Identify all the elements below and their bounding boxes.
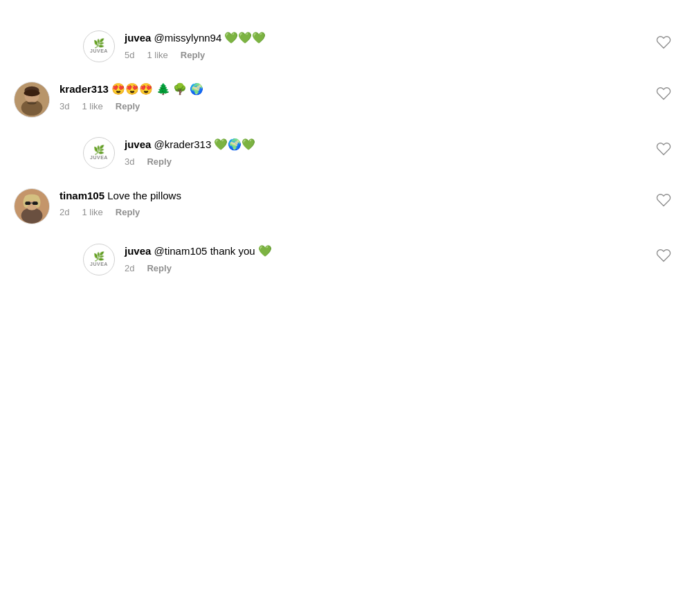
username: krader313	[60, 83, 109, 95]
comment-meta: 5d 1 like Reply	[125, 50, 678, 60]
like-button[interactable]	[656, 141, 671, 159]
comment-item: 🌿 JUVEA juvea @missylynn94 💚💚💚 5d 1 like…	[0, 21, 692, 72]
username: juvea	[125, 245, 151, 257]
reply-button[interactable]: Reply	[116, 101, 140, 111]
mention: @missylynn94	[154, 32, 225, 44]
comment-content: juvea @missylynn94 💚💚💚 5d 1 like Reply	[125, 30, 678, 60]
heart-icon	[656, 141, 671, 156]
emoji: 💚🌍💚	[214, 138, 255, 150]
reply-button[interactable]: Reply	[147, 263, 171, 273]
comment-meta: 2d 1 like Reply	[60, 207, 678, 217]
heart-icon	[656, 35, 671, 50]
comment-body: Love the pillows	[107, 190, 181, 201]
comment-meta: 3d 1 like Reply	[60, 101, 678, 111]
comment-time: 3d	[60, 101, 69, 111]
comment-text: krader313 😍😍😍 🌲 🌳 🌍	[60, 82, 678, 97]
reply-button[interactable]: Reply	[116, 207, 140, 217]
avatar: 🌿 JUVEA	[83, 244, 115, 275]
like-button[interactable]	[656, 86, 671, 104]
comment-time: 2d	[125, 263, 134, 273]
like-button[interactable]	[656, 35, 671, 53]
comment-content: juvea @tinam105 thank you 💚 2d Reply	[125, 244, 678, 273]
comment-meta: 3d Reply	[125, 156, 678, 167]
juvea-logo-text: JUVEA	[90, 155, 108, 161]
comment-body: thank you	[210, 245, 258, 257]
username: tinam105	[60, 190, 104, 201]
svg-point-4	[24, 90, 39, 97]
avatar: 🌿 JUVEA	[83, 30, 115, 62]
heart-icon	[656, 248, 671, 263]
svg-rect-12	[25, 201, 30, 205]
mention: @tinam105	[154, 245, 210, 257]
juvea-logo-text: JUVEA	[90, 48, 108, 54]
emoji: 💚💚💚	[224, 32, 266, 44]
avatar	[14, 188, 50, 224]
like-button[interactable]	[656, 192, 671, 210]
heart-icon	[656, 86, 671, 101]
emoji: 😍😍😍 🌲 🌳 🌍	[111, 83, 203, 95]
username: juvea	[125, 138, 151, 150]
reply-button[interactable]: Reply	[181, 50, 205, 60]
svg-rect-13	[33, 201, 38, 205]
like-button[interactable]	[656, 248, 671, 266]
comment-content: juvea @krader313 💚🌍💚 3d Reply	[125, 137, 678, 167]
heart-icon	[656, 192, 671, 208]
comment-likes: 1 like	[147, 50, 167, 60]
comment-time: 5d	[125, 50, 134, 60]
comment-text: juvea @missylynn94 💚💚💚	[125, 30, 678, 46]
comment-likes: 1 like	[82, 101, 102, 111]
svg-point-5	[27, 102, 36, 105]
reply-button[interactable]: Reply	[147, 156, 171, 167]
comment-content: tinam105 Love the pillows 2d 1 like Repl…	[60, 188, 678, 217]
juvea-logo-text: JUVEA	[90, 262, 108, 267]
comment-time: 2d	[60, 207, 69, 217]
comment-content: krader313 😍😍😍 🌲 🌳 🌍 3d 1 like Reply	[60, 82, 678, 111]
username: juvea	[125, 32, 151, 44]
avatar: 🌿 JUVEA	[83, 137, 115, 169]
comment-item: 🌿 JUVEA juvea @krader313 💚🌍💚 3d Reply	[0, 127, 692, 179]
comment-time: 3d	[125, 156, 134, 167]
mention: @krader313	[154, 138, 215, 150]
comment-item: 🌿 JUVEA juvea @tinam105 thank you 💚 2d R…	[0, 234, 692, 285]
comment-item: krader313 😍😍😍 🌲 🌳 🌍 3d 1 like Reply	[0, 72, 692, 127]
comment-likes: 1 like	[82, 207, 102, 217]
user-avatar-svg	[15, 82, 49, 117]
avatar	[14, 82, 50, 118]
user-avatar-svg	[15, 189, 49, 224]
comment-text: juvea @tinam105 thank you 💚	[125, 244, 678, 259]
comments-container: 🌿 JUVEA juvea @missylynn94 💚💚💚 5d 1 like…	[0, 14, 692, 292]
comment-item: tinam105 Love the pillows 2d 1 like Repl…	[0, 179, 692, 234]
comment-text: juvea @krader313 💚🌍💚	[125, 137, 678, 152]
comment-text: tinam105 Love the pillows	[60, 188, 678, 203]
emoji: 💚	[258, 245, 272, 257]
comment-meta: 2d Reply	[125, 263, 678, 273]
